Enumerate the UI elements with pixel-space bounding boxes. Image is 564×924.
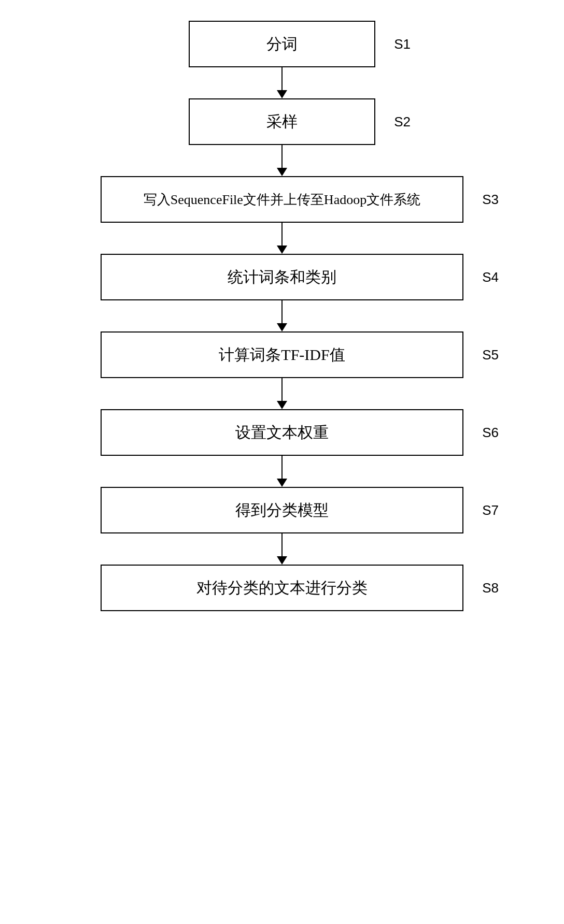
step-row-s3: 写入SequenceFile文件并上传至Hadoop文件系统S3 — [49, 176, 515, 223]
step-text-s6: 设置文本权重 — [235, 422, 329, 443]
arrow-line — [281, 533, 283, 556]
flowchart: 分词S1采样S2写入SequenceFile文件并上传至Hadoop文件系统S3… — [49, 21, 515, 611]
step-text-s8: 对待分类的文本进行分类 — [196, 578, 368, 599]
arrow-s6 — [277, 456, 287, 487]
step-box-s4: 统计词条和类别S4 — [101, 254, 463, 300]
step-text-s7: 得到分类模型 — [235, 500, 329, 521]
step-label-s1: S1 — [394, 36, 411, 52]
step-box-s1: 分词S1 — [189, 21, 375, 67]
step-label-s6: S6 — [482, 425, 499, 441]
arrow-head — [277, 401, 287, 409]
arrow-s2 — [277, 145, 287, 176]
arrow-head — [277, 323, 287, 331]
step-text-s4: 统计词条和类别 — [228, 267, 336, 288]
step-text-s1: 分词 — [266, 34, 298, 55]
step-label-s7: S7 — [482, 502, 499, 518]
arrow-line — [281, 456, 283, 479]
arrow-line — [281, 378, 283, 401]
step-box-s3: 写入SequenceFile文件并上传至Hadoop文件系统S3 — [101, 176, 463, 223]
step-row-s8: 对待分类的文本进行分类S8 — [49, 565, 515, 611]
arrow-line — [281, 300, 283, 323]
step-row-s1: 分词S1 — [49, 21, 515, 67]
step-row-s2: 采样S2 — [49, 98, 515, 145]
step-label-s4: S4 — [482, 269, 499, 285]
step-label-s3: S3 — [482, 192, 499, 208]
step-row-s4: 统计词条和类别S4 — [49, 254, 515, 300]
step-text-s5: 计算词条TF-IDF值 — [219, 344, 345, 366]
arrow-head — [277, 246, 287, 254]
arrow-s1 — [277, 67, 287, 98]
step-row-s6: 设置文本权重S6 — [49, 409, 515, 456]
step-box-s5: 计算词条TF-IDF值S5 — [101, 331, 463, 378]
step-text-s3: 写入SequenceFile文件并上传至Hadoop文件系统 — [144, 191, 420, 209]
arrow-line — [281, 67, 283, 90]
arrow-s4 — [277, 300, 287, 331]
step-row-s7: 得到分类模型S7 — [49, 487, 515, 533]
arrow-s3 — [277, 223, 287, 254]
arrow-head — [277, 556, 287, 565]
arrow-line — [281, 145, 283, 168]
arrow-line — [281, 223, 283, 246]
step-box-s7: 得到分类模型S7 — [101, 487, 463, 533]
step-box-s6: 设置文本权重S6 — [101, 409, 463, 456]
arrow-s5 — [277, 378, 287, 409]
step-label-s8: S8 — [482, 580, 499, 596]
arrow-s7 — [277, 533, 287, 565]
step-label-s2: S2 — [394, 114, 411, 130]
arrow-head — [277, 90, 287, 98]
step-box-s8: 对待分类的文本进行分类S8 — [101, 565, 463, 611]
arrow-head — [277, 479, 287, 487]
step-label-s5: S5 — [482, 347, 499, 363]
step-text-s2: 采样 — [266, 111, 298, 133]
arrow-head — [277, 168, 287, 176]
step-box-s2: 采样S2 — [189, 98, 375, 145]
step-row-s5: 计算词条TF-IDF值S5 — [49, 331, 515, 378]
